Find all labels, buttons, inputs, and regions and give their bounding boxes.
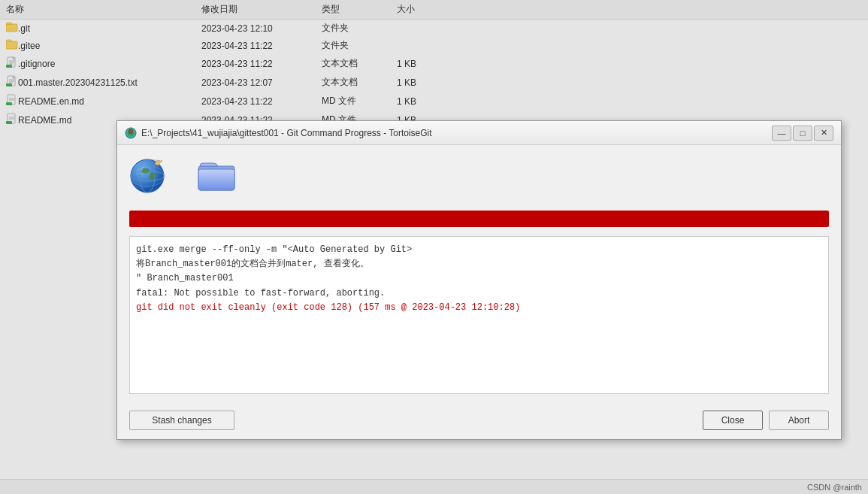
svg-point-22 <box>129 129 133 134</box>
footer-right: Close Abort <box>703 411 829 430</box>
dialog-controls[interactable]: — □ ✕ <box>772 126 833 141</box>
dialog-footer: Stash changes Close Abort <box>117 403 841 439</box>
dialog-title-left: E:\_Projects\41_wujiajia\gittest001 - Gi… <box>125 127 432 139</box>
output-line: git did not exit cleanly (exit code 128)… <box>136 301 822 315</box>
close-window-button[interactable]: ✕ <box>814 126 833 141</box>
output-line: 将Branch_master001的文档合并到mater, 查看变化。 <box>136 257 822 271</box>
abort-button[interactable]: Abort <box>769 411 829 430</box>
progress-bar-wrap <box>129 211 829 227</box>
tortoise-icon <box>125 127 137 139</box>
maximize-button[interactable]: □ <box>793 126 812 141</box>
dialog-titlebar: E:\_Projects\41_wujiajia\gittest001 - Gi… <box>117 121 841 145</box>
progress-bar-fill <box>129 211 829 227</box>
output-line: " Branch_master001 <box>136 271 822 286</box>
minimize-button[interactable]: — <box>772 126 791 141</box>
close-button[interactable]: Close <box>703 411 763 430</box>
dialog-overlay: E:\_Projects\41_wujiajia\gittest001 - Gi… <box>0 0 868 494</box>
dialog-icons-row <box>129 154 829 199</box>
output-area[interactable]: git.exe merge --ff-only -m "<Auto Genera… <box>129 236 829 394</box>
svg-rect-29 <box>198 169 234 190</box>
output-line: fatal: Not possible to fast-forward, abo… <box>136 286 822 301</box>
dialog-body: git.exe merge --ff-only -m "<Auto Genera… <box>117 145 841 403</box>
globe-icon <box>129 158 167 195</box>
footer-left: Stash changes <box>129 411 234 430</box>
git-progress-dialog: E:\_Projects\41_wujiajia\gittest001 - Gi… <box>116 120 842 440</box>
stash-changes-button[interactable]: Stash changes <box>129 411 234 430</box>
folder-large-icon <box>197 157 236 195</box>
dialog-title: E:\_Projects\41_wujiajia\gittest001 - Gi… <box>141 128 432 138</box>
output-line: git.exe merge --ff-only -m "<Auto Genera… <box>136 243 822 257</box>
